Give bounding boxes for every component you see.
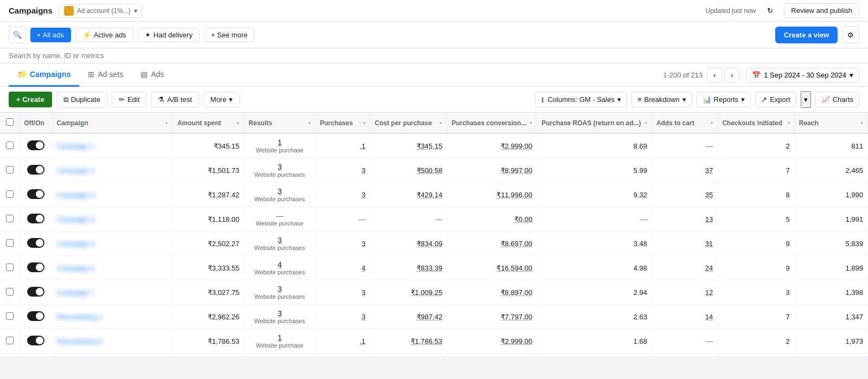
active-ads-filter[interactable]: ⚡ Active ads — [75, 28, 133, 42]
toggle-switch[interactable] — [27, 336, 44, 345]
export-button[interactable]: ↗ Export — [755, 92, 796, 107]
row-checkbox[interactable] — [6, 264, 14, 271]
th-roas[interactable]: Purchase ROAS (return on ad...)▾ — [537, 113, 652, 133]
row-roas: 9.32 — [537, 183, 652, 207]
row-toggle[interactable] — [20, 280, 52, 305]
row-checkbox[interactable] — [6, 142, 14, 149]
th-ci[interactable]: Checkouts initiated▾ — [718, 113, 795, 133]
had-delivery-filter[interactable]: ✦ Had delivery — [138, 28, 200, 42]
tab-adsets[interactable]: ⊞ Ad sets — [79, 63, 132, 87]
row-check[interactable] — [0, 354, 20, 357]
breakdown-button[interactable]: ≡ Breakdown ▾ — [631, 92, 692, 107]
th-pconv[interactable]: Purchases conversion...▾ — [447, 113, 537, 133]
pagination-next[interactable]: › — [724, 67, 739, 82]
row-toggle[interactable] — [20, 354, 52, 357]
campaign-name-link[interactable]: Campaign 6 — [57, 264, 95, 272]
row-toggle[interactable] — [20, 256, 52, 280]
th-atc[interactable]: Adds to cart▾ — [652, 113, 717, 133]
campaign-name-link[interactable]: Campaign 3 — [57, 191, 95, 199]
account-selector[interactable]: Ad account (1%...) ▾ — [59, 4, 142, 18]
campaign-name-link[interactable]: Campaign 4 — [57, 215, 95, 223]
toggle-switch[interactable] — [27, 214, 44, 223]
all-ads-filter[interactable]: ▪ All ads — [30, 28, 71, 42]
row-check[interactable] — [0, 305, 20, 329]
toggle-switch[interactable] — [27, 165, 44, 175]
th-amount[interactable]: Amount spent▾ — [173, 113, 244, 133]
more-button[interactable]: More ▾ — [203, 92, 240, 107]
row-toggle[interactable] — [20, 183, 52, 207]
see-more-button[interactable]: + See more — [204, 28, 255, 42]
pagination-prev[interactable]: ‹ — [707, 67, 722, 82]
row-check[interactable] — [0, 256, 20, 280]
row-checkbox[interactable] — [6, 337, 14, 344]
columns-button[interactable]: ⫿ Columns: GM - Sales ▾ — [535, 92, 627, 107]
row-check[interactable] — [0, 280, 20, 305]
select-all-checkbox[interactable] — [6, 118, 14, 126]
row-results: 3 Website purchases — [244, 158, 315, 183]
create-button[interactable]: + Create — [9, 92, 52, 107]
row-toggle[interactable] — [20, 133, 52, 158]
row-checkbox[interactable] — [6, 312, 14, 320]
export-dropdown-button[interactable]: ▾ — [801, 91, 811, 108]
row-pconv: ₹2,999.00 — [447, 329, 537, 354]
row-checkbox[interactable] — [6, 166, 14, 174]
toggle-switch[interactable] — [27, 140, 44, 150]
create-view-button[interactable]: Create a view — [775, 27, 838, 43]
row-reach: 1,347 — [794, 305, 867, 329]
row-check[interactable] — [0, 329, 20, 354]
filter-options-button[interactable]: ⚙ — [842, 26, 859, 43]
lightning-icon: ⚡ — [82, 31, 91, 39]
toggle-switch[interactable] — [27, 262, 44, 272]
row-roas: 5.99 — [537, 158, 652, 183]
row-purchases: .1 — [315, 133, 370, 158]
row-check[interactable] — [0, 232, 20, 256]
th-purchases[interactable]: Purchases▾ — [315, 113, 370, 133]
row-purchases: 3 — [315, 183, 370, 207]
tab-campaigns[interactable]: 📁 Campaigns — [9, 63, 79, 87]
toggle-switch[interactable] — [27, 287, 44, 297]
row-toggle[interactable] — [20, 305, 52, 329]
ab-test-button[interactable]: ⚗ A/B test — [151, 92, 199, 107]
campaign-name-link[interactable]: Campaign 1 — [57, 142, 95, 150]
row-check[interactable] — [0, 158, 20, 183]
sort-icon: ▾ — [439, 120, 442, 126]
reports-button[interactable]: 📊 Reports ▾ — [697, 92, 751, 107]
review-publish-button[interactable]: Review and publish — [784, 3, 859, 18]
campaign-name-link[interactable]: Remarketing 1 — [57, 313, 103, 321]
duplicate-button[interactable]: ⧉ Duplicate — [56, 92, 107, 108]
campaign-name-link[interactable]: Remarketing 2 — [57, 337, 103, 345]
row-toggle[interactable] — [20, 232, 52, 256]
charts-button[interactable]: 📈 Charts — [815, 92, 859, 107]
row-check[interactable] — [0, 183, 20, 207]
campaign-name-link[interactable]: Campaign 2 — [57, 166, 95, 175]
row-amount: ₹1,780.13 — [173, 354, 244, 357]
row-toggle[interactable] — [20, 158, 52, 183]
edit-button[interactable]: ✏ Edit — [112, 92, 146, 107]
export-icon: ↗ — [761, 95, 767, 104]
th-results[interactable]: Results▾ — [244, 113, 315, 133]
toggle-switch[interactable] — [27, 238, 44, 248]
th-reach[interactable]: Reach▾ — [794, 113, 867, 133]
date-range-button[interactable]: 📅 1 Sep 2024 - 30 Sep 2024 ▾ — [746, 68, 859, 82]
campaigns-table-container: Off/On Campaign▾ Amount spent▾ Results▾ … — [0, 113, 868, 356]
row-checkbox[interactable] — [6, 190, 14, 198]
toggle-switch[interactable] — [27, 189, 44, 199]
row-reach: 1,398 — [794, 280, 867, 305]
row-check[interactable] — [0, 133, 20, 158]
row-checkbox[interactable] — [6, 239, 14, 247]
th-campaign[interactable]: Campaign▾ — [52, 113, 173, 133]
th-cpp[interactable]: Cost per purchase▾ — [370, 113, 447, 133]
row-checkbox[interactable] — [6, 288, 14, 296]
th-check[interactable] — [0, 113, 20, 133]
tab-ads[interactable]: ▤ Ads — [132, 63, 173, 87]
toggle-switch[interactable] — [27, 311, 44, 321]
row-toggle[interactable] — [20, 207, 52, 232]
refresh-button[interactable]: ↻ — [762, 3, 777, 18]
row-check[interactable] — [0, 207, 20, 232]
campaign-name-link[interactable]: Campaign 7 — [57, 288, 95, 297]
row-checkbox[interactable] — [6, 215, 14, 222]
search-input[interactable] — [9, 52, 226, 60]
search-icon-button[interactable]: 🔍 — [9, 26, 26, 43]
row-toggle[interactable] — [20, 329, 52, 354]
campaign-name-link[interactable]: Campaign 5 — [57, 240, 95, 248]
